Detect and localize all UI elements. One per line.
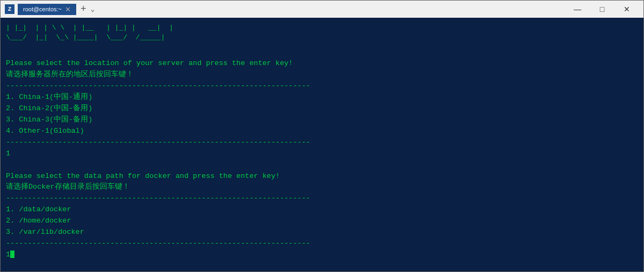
cursor — [10, 250, 14, 258]
blank-line-1 — [6, 47, 638, 58]
new-tab-btn[interactable]: + — [78, 4, 89, 15]
separator-4: ----------------------------------------… — [6, 238, 638, 249]
separator-2: ----------------------------------------… — [6, 137, 638, 148]
ascii-art: | |_| | | \ \ | |__ | |_| | __| | \___/ … — [6, 23, 638, 42]
tabs-area: root@centos:~ ✕ + ⌄ — [18, 4, 95, 15]
location-item-3: 3. China-3(中国-备用) — [6, 114, 638, 126]
separator-1: ----------------------------------------… — [6, 81, 638, 92]
location-item-1: 1. China-1(中国-通用) — [6, 92, 638, 103]
location-item-2: 2. China-2(中国-备用) — [6, 103, 638, 114]
tabs-dropdown-btn[interactable]: ⌄ — [91, 5, 95, 13]
docker-item-1: 1. /data/docker — [6, 204, 638, 216]
titlebar: Z root@centos:~ ✕ + ⌄ — □ ✕ — [1, 1, 643, 18]
tab-close-btn[interactable]: ✕ — [65, 5, 71, 13]
docker-item-3: 3. /var/lib/docker — [6, 227, 638, 238]
minimize-btn[interactable]: — — [565, 1, 590, 18]
location-input: 1 — [6, 148, 638, 160]
docker-input: 1 — [6, 249, 638, 261]
docker-prompt-cn: 请选择Docker存储目录后按回车键！ — [6, 182, 638, 193]
close-btn[interactable]: ✕ — [614, 1, 639, 18]
maximize-btn[interactable]: □ — [590, 1, 614, 18]
docker-item-2: 2. /home/docker — [6, 216, 638, 227]
tab-title: root@centos:~ — [23, 6, 62, 12]
active-tab[interactable]: root@centos:~ ✕ — [18, 4, 76, 15]
location-prompt-en: Please select the location of your serve… — [6, 58, 638, 69]
location-item-4: 4. Other-1(Global) — [6, 126, 638, 137]
window-controls: — □ ✕ — [565, 1, 639, 18]
terminal-window: Z root@centos:~ ✕ + ⌄ — □ ✕ | |_| | | \ … — [0, 0, 644, 272]
terminal-body[interactable]: | |_| | | \ \ | |__ | |_| | __| | \___/ … — [1, 18, 643, 271]
location-prompt-cn: 请选择服务器所在的地区后按回车键！ — [6, 69, 638, 81]
separator-3: ----------------------------------------… — [6, 193, 638, 204]
docker-prompt-en: Please select the data path for docker a… — [6, 171, 638, 182]
app-icon: Z — [5, 4, 14, 14]
blank-line-2 — [6, 160, 638, 171]
